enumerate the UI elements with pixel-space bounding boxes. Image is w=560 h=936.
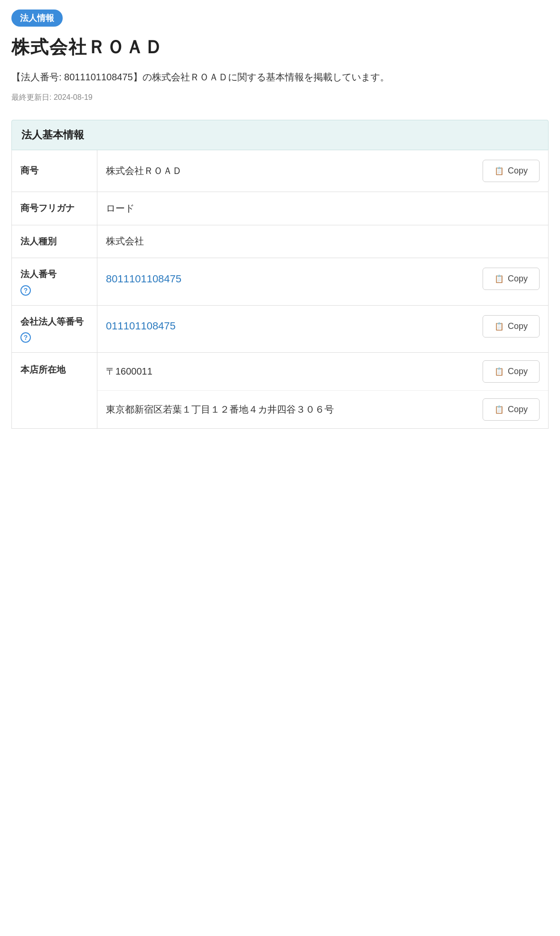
table-row-4: 会社法人等番号?011101108475📋Copy — [12, 305, 549, 353]
address-street-row: 東京都新宿区若葉１丁目１２番地４カ井四谷３０６号📋Copy — [97, 391, 548, 428]
info-table: 商号株式会社ＲＯＡＤ📋Copy商号フリガナロード法人種別株式会社法人番号?801… — [11, 150, 549, 429]
value-4: 011101108475📋Copy — [97, 306, 548, 347]
company-title: 株式会社ＲＯＡＤ — [11, 35, 549, 59]
label-address: 本店所在地 — [12, 353, 97, 429]
copy-label: Copy — [508, 321, 528, 331]
value-2: 株式会社 — [97, 225, 549, 258]
last-updated: 最終更新日: 2024-08-19 — [11, 93, 549, 103]
label-text: 会社法人等番号 — [20, 315, 84, 329]
copy-button-0[interactable]: 📋Copy — [483, 160, 540, 182]
copy-label: Copy — [508, 274, 528, 284]
label-0: 商号 — [12, 150, 97, 192]
copy-address-button[interactable]: 📋Copy — [483, 398, 540, 421]
value-1: ロード — [97, 192, 549, 225]
value-text: 8011101108475 — [106, 273, 477, 285]
label-3: 法人番号? — [12, 258, 97, 306]
value-0: 株式会社ＲＯＡＤ📋Copy — [97, 150, 548, 192]
copy-button-3[interactable]: 📋Copy — [483, 268, 540, 290]
copy-icon: 📋 — [494, 405, 504, 414]
copy-label: Copy — [508, 367, 528, 376]
copy-icon: 📋 — [494, 274, 504, 283]
last-updated-label: 最終更新日: — [11, 93, 51, 101]
help-icon[interactable]: ? — [20, 332, 31, 343]
address-postal-row: 〒1600011📋Copy — [97, 353, 548, 391]
label-1: 商号フリガナ — [12, 192, 97, 225]
table-row-3: 法人番号?8011101108475📋Copy — [12, 258, 549, 306]
company-description: 【法人番号: 8011101108475】の株式会社ＲＯＡＤに関する基本情報を掲… — [11, 69, 549, 85]
label-text: 法人番号 — [20, 268, 57, 281]
copy-icon: 📋 — [494, 166, 504, 175]
label-4: 会社法人等番号? — [12, 305, 97, 353]
table-row-0: 商号株式会社ＲＯＡＤ📋Copy — [12, 150, 549, 192]
value-text: 011101108475 — [106, 320, 477, 332]
copy-label: Copy — [508, 166, 528, 176]
label-2: 法人種別 — [12, 225, 97, 258]
badge: 法人情報 — [11, 10, 63, 27]
value-address: 〒1600011📋Copy東京都新宿区若葉１丁目１２番地４カ井四谷３０６号📋Co… — [97, 353, 549, 429]
last-updated-date: 2024-08-19 — [54, 93, 93, 101]
section-header: 法人基本情報 — [11, 120, 549, 150]
value-3: 8011101108475📋Copy — [97, 258, 548, 299]
table-row-address: 本店所在地〒1600011📋Copy東京都新宿区若葉１丁目１２番地４カ井四谷３０… — [12, 353, 549, 429]
table-row-1: 商号フリガナロード — [12, 192, 549, 225]
help-icon[interactable]: ? — [20, 285, 31, 296]
copy-icon: 📋 — [494, 322, 504, 331]
value-text: 株式会社ＲＯＡＤ — [106, 164, 477, 177]
copy-icon: 📋 — [494, 367, 504, 376]
postal-code: 〒1600011 — [106, 365, 152, 378]
street-address: 東京都新宿区若葉１丁目１２番地４カ井四谷３０６号 — [106, 403, 483, 416]
copy-postal-button[interactable]: 📋Copy — [483, 360, 540, 383]
copy-button-4[interactable]: 📋Copy — [483, 315, 540, 338]
table-row-2: 法人種別株式会社 — [12, 225, 549, 258]
copy-label: Copy — [508, 405, 528, 415]
